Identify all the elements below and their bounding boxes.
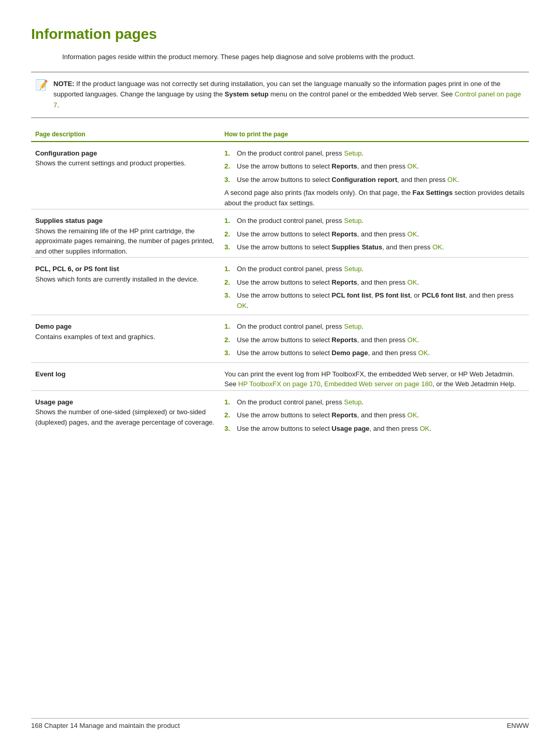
step-item: 2. Use the arrow buttons to select Repor… [225,277,525,288]
step-item: 3. Use the arrow buttons to select Confi… [225,175,525,185]
col-how-to-print: How to print the page [220,128,529,142]
step-item: 3. Use the arrow buttons to select Suppl… [225,242,525,252]
event-log-link1[interactable]: HP ToolboxFX on page 170 [239,380,321,388]
step-item: 1. On the product control panel, press S… [225,264,525,274]
note-box: 📝 NOTE: If the product language was not … [31,72,529,118]
step-item: 2. Use the arrow buttons to select Repor… [225,229,525,240]
row-title: Event log [35,369,216,379]
note-label: NOTE: [53,80,74,88]
table-row: Event log You can print the event log fr… [31,362,529,390]
row-desc: Shows the number of one-sided (simplexed… [35,407,216,427]
step-item: 3. Use the arrow buttons to select PCL f… [225,290,525,311]
table-row: Usage page Shows the number of one-sided… [31,390,529,438]
footer-left: 168 Chapter 14 Manage and maintain the p… [31,722,180,729]
note-content: NOTE: If the product language was not co… [53,79,525,111]
steps-cell: 1. On the product control panel, press S… [220,258,529,315]
row-title: Usage page [35,397,216,407]
step-item: 2. Use the arrow buttons to select Repor… [225,161,525,172]
steps-cell: 1. On the product control panel, press S… [220,315,529,363]
steps-list: 1. On the product control panel, press S… [225,397,525,434]
step-item: 1. On the product control panel, press S… [225,321,525,332]
steps-cell: 1. On the product control panel, press S… [220,390,529,438]
step-item: 1. On the product control panel, press S… [225,148,525,159]
table-row: Supplies status page Shows the remaining… [31,209,529,258]
table-row: PCL, PCL 6, or PS font list Shows which … [31,258,529,315]
row-title: PCL, PCL 6, or PS font list [35,264,216,274]
step-item: 2. Use the arrow buttons to select Repor… [225,410,525,420]
step-item: 3. Use the arrow buttons to select Demo … [225,348,525,358]
row-desc: Contains examples of text and graphics. [35,332,216,342]
intro-paragraph: Information pages reside within the prod… [62,52,529,62]
extra-note: A second page also prints (fax models on… [225,188,525,208]
step-item: 1. On the product control panel, press S… [225,397,525,407]
note-link[interactable]: Control panel on page 7 [53,90,521,109]
row-desc: Shows the remaining life of the HP print… [35,226,216,257]
steps-list: 1. On the product control panel, press S… [225,264,525,311]
steps-cell: You can print the event log from HP Tool… [220,362,529,390]
page-title: Information pages [31,26,529,43]
page-footer: 168 Chapter 14 Manage and maintain the p… [31,718,529,729]
note-icon: 📝 [35,79,48,91]
row-title: Supplies status page [35,216,216,226]
info-table: Page description How to print the page C… [31,128,529,438]
event-log-link2[interactable]: Embedded Web server on page 180 [324,380,432,388]
steps-cell: 1. On the product control panel, press S… [220,209,529,258]
step-item: 2. Use the arrow buttons to select Repor… [225,335,525,345]
steps-list: 1. On the product control panel, press S… [225,321,525,358]
row-title: Configuration page [35,148,216,159]
footer-right: ENWW [507,722,529,729]
note-body: If the product language was not correctl… [53,80,521,109]
steps-list: 1. On the product control panel, press S… [225,216,525,252]
row-desc: Shows the current settings and product p… [35,158,216,168]
col-page-description: Page description [31,128,220,142]
steps-list: 1. On the product control panel, press S… [225,148,525,185]
table-row: Configuration page Shows the current set… [31,142,529,209]
steps-cell: 1. On the product control panel, press S… [220,142,529,209]
table-header-row: Page description How to print the page [31,128,529,142]
table-row: Demo page Contains examples of text and … [31,315,529,363]
step-item: 3. Use the arrow buttons to select Usage… [225,424,525,434]
row-title: Demo page [35,321,216,332]
step-item: 1. On the product control panel, press S… [225,216,525,226]
row-desc: Shows which fonts are currently installe… [35,274,216,285]
event-log-text: You can print the event log from HP Tool… [225,369,525,389]
